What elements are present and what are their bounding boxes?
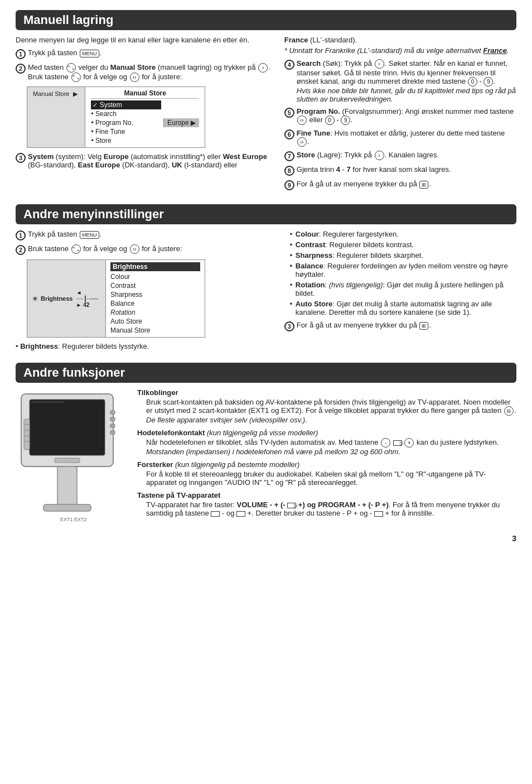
menu-item-finetune: • Fine Tune	[91, 127, 161, 136]
svg-rect-2	[31, 401, 65, 403]
leftright-icon-2: ‹›	[130, 73, 139, 82]
list-item-sharpness: Sharpness: Regulerer bildets skarphet.	[290, 251, 516, 259]
andre-meny-right: Colour: Regulerer fargestyrken. Contrast…	[284, 230, 516, 353]
andre-meny-section: Andre menyinnstillinger 1 Trykk på taste…	[16, 204, 516, 353]
svg-rect-7	[110, 417, 115, 421]
svg-rect-9	[110, 431, 115, 434]
bright-right-panel: Brightness Colour Contrast Sharpness Bal…	[105, 260, 205, 337]
bright-left-panel: ☀ Brightness ◄ ·····┃··── ► 42	[27, 260, 105, 337]
step-num-3: 3	[16, 153, 26, 163]
bright-sharpness: Sharpness	[110, 290, 200, 299]
brightness-menu: ☀ Brightness ◄ ·····┃··── ► 42 Brightnes…	[27, 259, 205, 338]
bright-contrast: Contrast	[110, 281, 200, 290]
step-num-7: 7	[284, 151, 294, 161]
tv-image-container: EXT1 EXT2	[16, 388, 127, 524]
andre-meny-list: Colour: Regulerer fargestyrken. Contrast…	[284, 230, 516, 316]
tastene-title: Tastene på TV-apparatet	[137, 491, 516, 499]
brightness-icon: ☀	[32, 295, 38, 303]
hodetelefon-title: Hodetelefonkontakt (kun tilgjengelig på …	[137, 429, 516, 437]
hodetelefon-subtitle: (kun tilgjengelig på visse modeller)	[207, 429, 318, 437]
manuell-lagring-section: Manuell lagring Denne menyen lar deg leg…	[16, 10, 516, 194]
andre-step2-text: Bruk tastene ⌃⌄ for å velge og ‹› for å …	[28, 244, 271, 254]
plus-icon-h: +	[404, 438, 414, 448]
svg-rect-3	[55, 458, 80, 463]
svg-rect-4	[57, 466, 77, 506]
leftright-icon-5: ‹›	[297, 116, 307, 125]
list-item-autostore: Auto Store: Gjør det mulig å starte auto…	[290, 300, 516, 316]
bright-autostore: Auto Store	[110, 317, 200, 326]
manuell-lagring-header: Manuell lagring	[16, 10, 516, 30]
step-num-6: 6	[284, 129, 294, 140]
tastene-body: TV-apparatet har fire taster: VOLUME - +…	[137, 501, 516, 517]
right-step8: 8 Gjenta trinn 4 - 7 for hver kanal som …	[284, 165, 516, 176]
menu-item-system: ✓ System	[91, 100, 161, 109]
hodetelefon-section: Hodetelefonkontakt (kun tilgjengelig på …	[137, 429, 516, 456]
step5-text: Program No. (Forvalgsnummer): Angi ønske…	[297, 107, 516, 125]
menu-right-title: Manual Store	[91, 89, 199, 99]
bright-manualstore: Manual Store	[110, 326, 200, 335]
right-icon-7: ›	[375, 151, 384, 160]
bright-colour: Colour	[110, 272, 200, 281]
hodetelefon-note: Motstanden (impedansen) i hodetelefonen …	[137, 448, 516, 456]
andre-step-num-1: 1	[16, 230, 26, 241]
list-item-rotation: Rotation: (hvis tilgjengelig): Gjør det …	[290, 281, 516, 297]
step-num-8: 8	[284, 166, 294, 176]
menu-item-store: • Store	[91, 136, 161, 145]
step-num-5: 5	[284, 108, 294, 118]
updown-icon-a2: ⌃⌄	[71, 244, 81, 254]
brightness-controls: ◄ ·····┃··── ► 42	[76, 290, 101, 308]
menu-icon-a3: ⊞	[419, 322, 428, 330]
forsterker-body: For å koble til et stereoanlegg bruker d…	[137, 470, 516, 487]
right-step5: 5 Program No. (Forvalgsnummer): Angi øns…	[284, 107, 516, 125]
funksjoner-content: EXT1 EXT2 Tilkoblinger Bruk scart-kontak…	[16, 388, 516, 524]
europe-label: Europe ▶	[163, 118, 199, 127]
andre-step3-text: For å gå ut av menyene trykker du på ⊞.	[297, 321, 516, 330]
forsterker-title: Forsterker (kun tilgjengelig på bestemte…	[137, 460, 516, 469]
tilkoblinger-note: De fleste apparater svitsjer selv (video…	[137, 416, 516, 424]
step2-text: Med tasten ⌃⌄ velger du Manual Store (ma…	[28, 63, 271, 82]
hodetelefon-body: Når hodetelefonen er tilkoblet, slås TV-…	[137, 438, 516, 448]
andre-funk-section: Andre funksjoner	[16, 363, 516, 524]
tv-illustration: EXT1 EXT2	[16, 388, 119, 522]
step-num-2: 2	[16, 64, 26, 74]
svg-rect-10	[24, 419, 30, 450]
andre-funk-title: Andre funksjoner	[23, 365, 125, 379]
manual-store-menu: Manual Store ▶ Manual Store ✓ System • S…	[27, 86, 205, 148]
manuell-step1: 1 Trykk på tasten MENU.	[16, 49, 271, 59]
step1-text: Trykk på tasten MENU.	[28, 49, 271, 57]
tilkoblinger-body: Bruk scart-kontakten på baksiden og AV-k…	[137, 398, 516, 416]
svg-text:EXT1  EXT2: EXT1 EXT2	[60, 517, 87, 522]
step-num-4: 4	[284, 60, 294, 70]
right-step9: 9 For å gå ut av menyene trykker du på ⊞…	[284, 180, 516, 190]
andre-step-num-3: 3	[284, 321, 294, 331]
step9-text: For å gå ut av menyene trykker du på ⊞.	[297, 180, 516, 189]
bright-title: Brightness	[110, 262, 200, 271]
svg-rect-5	[43, 504, 91, 511]
right-step7: 7 Store (Lagre): Trykk på ›. Kanalen lag…	[284, 151, 516, 161]
page-number: 3	[16, 534, 516, 543]
forsterker-section: Forsterker (kun tilgjengelig på bestemte…	[137, 460, 516, 487]
manuell-right-col: France (LL'-standard). * Unntatt for Fra…	[284, 36, 516, 194]
right-icon-2: ›	[258, 63, 268, 73]
step-num-1: 1	[16, 49, 26, 59]
andre-step-num-2: 2	[16, 245, 26, 255]
list-item-balance: Balance: Regulerer fordelingen av lyden …	[290, 262, 516, 278]
step7-text: Store (Lagre): Trykk på ›. Kanalen lagre…	[297, 151, 516, 160]
tilkoblinger-title: Tilkoblinger	[137, 388, 516, 397]
step-num-9: 9	[284, 180, 294, 190]
manuell-intro: Denne menyen lar deg legge til en kanal …	[16, 36, 271, 44]
andre-step2: 2 Bruk tastene ⌃⌄ for å velge og ‹› for …	[16, 244, 271, 255]
manuell-step3: 3 System (system): Velg Europe (automati…	[16, 152, 271, 169]
minus-icon-h: -	[381, 438, 390, 448]
andre-meny-title: Andre menyinnstillinger	[23, 207, 164, 221]
france-note: * Unntatt for Frankrike (LL'-standard) m…	[284, 46, 516, 55]
step8-text: Gjenta trinn 4 - 7 for hver kanal som sk…	[297, 165, 516, 174]
menu-left-panel: Manual Store ▶	[27, 87, 85, 147]
manuell-lagring-title: Manuell lagring	[23, 13, 113, 27]
menu-icon-1: MENU	[80, 50, 99, 57]
andre-step1-text: Trykk på tasten MENU.	[28, 230, 271, 239]
funksjoner-text-col: Tilkoblinger Bruk scart-kontakten på bak…	[137, 388, 516, 524]
menu-arrow: ▶	[73, 90, 78, 98]
svg-rect-1	[30, 400, 105, 455]
menu-left-label: Manual Store	[33, 90, 69, 97]
